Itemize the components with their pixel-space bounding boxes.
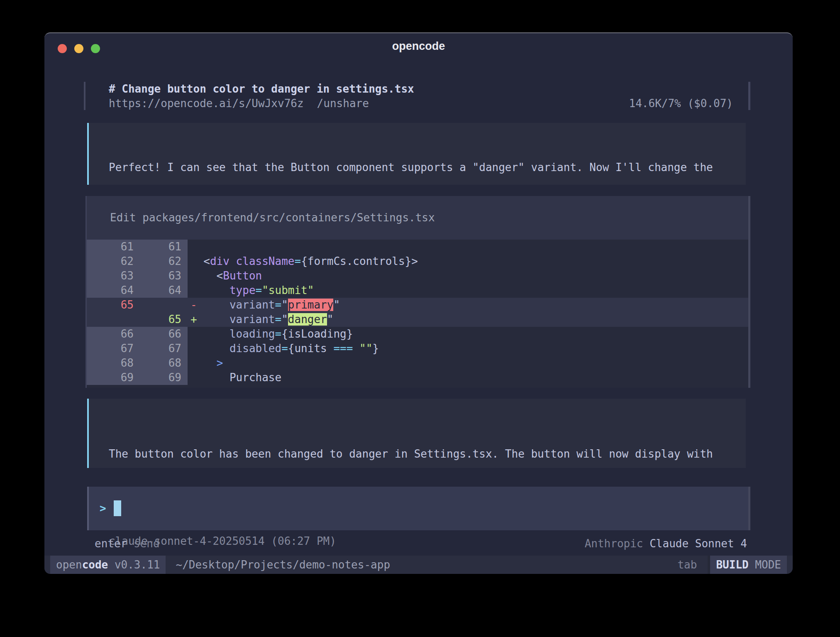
tab-key-hint[interactable]: tab (677, 556, 697, 574)
edit-tool-block: Edit packages/frontend/src/containers/Se… (85, 196, 750, 388)
diff-row: 6666 loading={isLoading} (87, 327, 748, 341)
session-left-bar (84, 82, 85, 110)
input-accent-bar (87, 487, 89, 530)
assistant-message: The button color has been changed to dan… (87, 399, 746, 468)
working-directory: ~/Desktop/Projects/demo-notes-app (176, 556, 390, 574)
unshare-command[interactable]: /unshare (317, 97, 369, 110)
app-name-code: code (82, 558, 108, 572)
diff-row: 6868 > (87, 356, 748, 370)
mode-name: BUILD (716, 558, 748, 572)
send-label: send (134, 537, 160, 550)
window-title: opencode (44, 40, 793, 53)
mode-suffix: MODE (749, 558, 781, 572)
session-header: # Change button color to danger in setti… (84, 82, 750, 110)
share-url-group: https://opencode.ai/s/UwJxv76z/unshare (109, 96, 369, 111)
assistant-message: Perfect! I can see that the Button compo… (87, 123, 746, 185)
diff-row: 6464 type="submit" (87, 283, 748, 298)
context-stats: 14.6K/7% ($0.07) (629, 96, 733, 111)
message-line: Perfect! I can see that the Button compo… (109, 160, 733, 175)
mode-chip: BUILD MODE (710, 556, 787, 574)
message-accent-bar (87, 399, 89, 468)
text-cursor (114, 500, 121, 516)
diff-row: 6262 <div className={formCs.controls}> (87, 254, 748, 269)
diff-row: 6161 (87, 240, 748, 254)
diff-row: 65- variant="primary" (87, 298, 748, 312)
message-accent-bar (87, 123, 89, 185)
opencode-window: opencode # Change button color to danger… (44, 32, 793, 574)
diff-row: 6363 <Button (87, 269, 748, 283)
model-indicator: Anthropic Claude Sonnet 4 (585, 537, 747, 551)
session-title: # Change button color to danger in setti… (109, 82, 414, 96)
prompt-input[interactable]: > (87, 487, 750, 530)
titlebar: opencode (44, 33, 793, 62)
share-url[interactable]: https://opencode.ai/s/UwJxv76z (109, 97, 304, 110)
app-version-chip: opencode v0.3.11 (50, 556, 166, 574)
provider-label: Anthropic (585, 537, 643, 550)
hint-row: enter send Anthropic Claude Sonnet 4 (95, 537, 747, 551)
send-hint: enter send (95, 537, 160, 551)
status-bar: opencode v0.3.11 ~/Desktop/Projects/demo… (44, 556, 793, 574)
prompt-symbol: > (100, 501, 106, 516)
diff-row: 6969 Purchase (87, 370, 748, 385)
diff-row: 65+ variant="danger" (87, 312, 748, 327)
message-line: The button color has been changed to dan… (109, 447, 733, 461)
enter-key-hint: enter (95, 537, 127, 550)
app-name-open: open (56, 558, 82, 572)
session-right-bar (748, 82, 750, 110)
diff-rows: 61616262 <div className={formCs.controls… (87, 240, 748, 385)
app-version: v0.3.11 (108, 558, 160, 572)
diff-row: 6767 disabled={units === ""} (87, 341, 748, 356)
model-label: Claude Sonnet 4 (650, 537, 747, 550)
edit-tool-header: Edit packages/frontend/src/containers/Se… (87, 196, 748, 240)
